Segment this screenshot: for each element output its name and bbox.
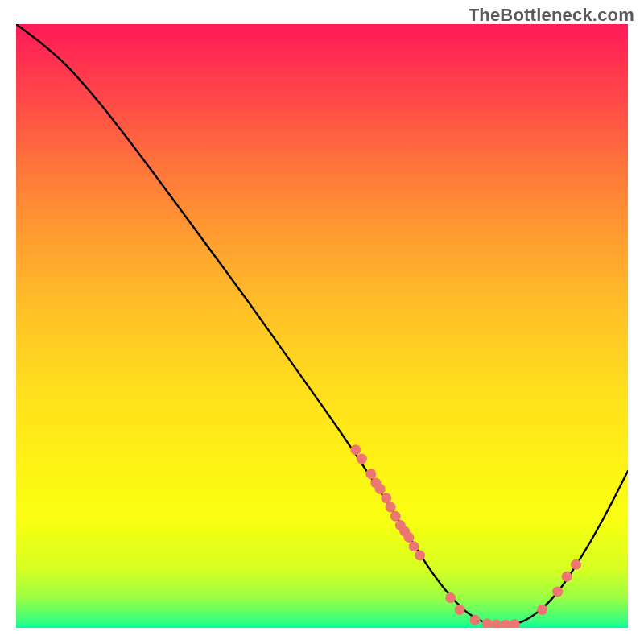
plot-area (16, 24, 628, 628)
watermark-text: TheBottleneck.com (469, 5, 634, 26)
gradient-background (16, 24, 628, 628)
chart-container: TheBottleneck.com (0, 0, 644, 644)
